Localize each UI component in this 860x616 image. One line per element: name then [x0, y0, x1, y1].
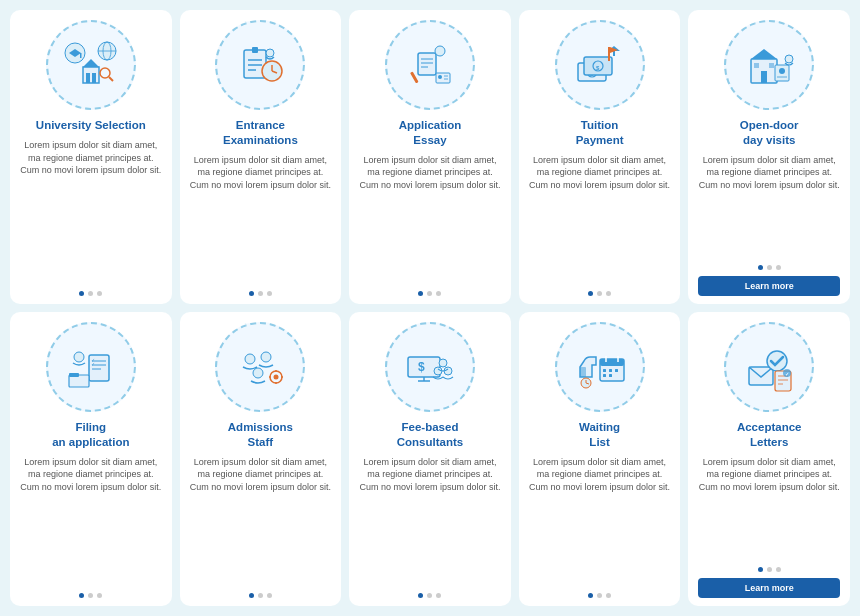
card-title: TuitionPayment — [576, 118, 624, 148]
svg-point-59 — [245, 354, 255, 364]
svg-rect-80 — [603, 369, 606, 372]
card-text: Lorem ipsum dolor sit diam amet, ma regi… — [20, 139, 162, 285]
svg-point-63 — [274, 375, 279, 380]
svg-rect-75 — [580, 367, 586, 377]
svg-rect-21 — [418, 53, 436, 75]
pagination-dots — [249, 593, 272, 598]
dot-2 — [427, 593, 432, 598]
dot-3 — [606, 593, 611, 598]
filing-icon: ✓ ✓ — [46, 322, 136, 412]
dot-3 — [776, 265, 781, 270]
card-text: Lorem ipsum dolor sit diam amet, ma regi… — [529, 456, 671, 587]
card-filing-application: ✓ ✓ Filingan application Lorem ipsum dol… — [10, 312, 172, 606]
pagination-dots — [758, 567, 781, 572]
dot-2 — [258, 291, 263, 296]
dot-1 — [588, 291, 593, 296]
dot-2 — [597, 291, 602, 296]
card-fee-consultants: $ Fee-basedConsultants Lorem ipsum dolor… — [349, 312, 511, 606]
dot-1 — [758, 567, 763, 572]
card-text: Lorem ipsum dolor sit diam amet, ma regi… — [190, 154, 332, 285]
dot-3 — [436, 593, 441, 598]
card-text: Lorem ipsum dolor sit diam amet, ma regi… — [359, 456, 501, 587]
dot-3 — [267, 593, 272, 598]
dot-1 — [418, 593, 423, 598]
svg-point-60 — [261, 352, 271, 362]
dot-3 — [267, 291, 272, 296]
card-university-selection: University Selection Lorem ipsum dolor s… — [10, 10, 172, 304]
svg-rect-39 — [608, 47, 610, 61]
svg-rect-44 — [769, 63, 774, 68]
svg-point-27 — [438, 75, 442, 79]
svg-rect-83 — [603, 374, 606, 377]
pagination-dots — [588, 291, 611, 296]
svg-rect-0 — [83, 67, 99, 83]
card-admissions-staff: AdmissionsStaff Lorem ipsum dolor sit di… — [180, 312, 342, 606]
card-title: Open-doorday visits — [740, 118, 799, 148]
card-text: Lorem ipsum dolor sit diam amet, ma regi… — [20, 456, 162, 587]
acceptance-icon: ✓ — [724, 322, 814, 412]
svg-rect-77 — [600, 359, 624, 366]
svg-rect-84 — [609, 374, 612, 377]
svg-rect-43 — [754, 63, 759, 68]
card-tuition-payment: $ $ TuitionPayment Lorem ipsum dolor sit… — [519, 10, 681, 304]
dot-2 — [427, 291, 432, 296]
card-title: ApplicationEssay — [399, 118, 462, 148]
dot-3 — [436, 291, 441, 296]
card-text: Lorem ipsum dolor sit diam amet, ma regi… — [190, 456, 332, 587]
learn-more-button-1[interactable]: Learn more — [698, 276, 840, 296]
dot-2 — [597, 593, 602, 598]
pagination-dots — [249, 291, 272, 296]
card-text: Lorem ipsum dolor sit diam amet, ma regi… — [698, 456, 840, 561]
pagination-dots — [79, 593, 102, 598]
dot-1 — [418, 291, 423, 296]
svg-rect-58 — [69, 373, 79, 377]
staff-icon — [215, 322, 305, 412]
svg-point-10 — [100, 68, 110, 78]
card-open-door-day: Open-doorday visits Lorem ipsum dolor si… — [688, 10, 850, 304]
card-title: WaitingList — [579, 420, 620, 450]
dot-1 — [249, 593, 254, 598]
openday-icon — [724, 20, 814, 110]
svg-text:✓: ✓ — [785, 371, 789, 377]
payment-icon: $ $ — [555, 20, 645, 110]
card-text: Lorem ipsum dolor sit diam amet, ma regi… — [359, 154, 501, 285]
card-title: University Selection — [36, 118, 146, 133]
card-entrance-examinations: EntranceExaminations Lorem ipsum dolor s… — [180, 10, 342, 304]
pagination-dots — [758, 265, 781, 270]
svg-point-49 — [785, 55, 793, 63]
svg-rect-26 — [436, 73, 450, 83]
consultants-icon: $ — [385, 322, 475, 412]
learn-more-button-2[interactable]: Learn more — [698, 578, 840, 598]
svg-point-74 — [439, 359, 447, 367]
card-grid: University Selection Lorem ipsum dolor s… — [10, 10, 850, 606]
university-icon — [46, 20, 136, 110]
waiting-icon — [555, 322, 645, 412]
svg-point-25 — [435, 46, 445, 56]
exam-icon — [215, 20, 305, 110]
essay-icon — [385, 20, 475, 110]
svg-text:✓: ✓ — [91, 361, 95, 367]
pagination-dots — [79, 291, 102, 296]
card-title: Fee-basedConsultants — [397, 420, 463, 450]
svg-rect-1 — [86, 73, 90, 83]
svg-rect-82 — [615, 369, 618, 372]
dot-1 — [588, 593, 593, 598]
svg-line-11 — [109, 77, 113, 81]
svg-rect-6 — [80, 53, 82, 58]
card-text: Lorem ipsum dolor sit diam amet, ma regi… — [698, 154, 840, 259]
dot-3 — [97, 291, 102, 296]
card-application-essay: ApplicationEssay Lorem ipsum dolor sit d… — [349, 10, 511, 304]
dot-2 — [767, 567, 772, 572]
pagination-dots — [588, 593, 611, 598]
svg-rect-2 — [92, 73, 96, 83]
svg-point-50 — [74, 352, 84, 362]
card-title: AcceptanceLetters — [737, 420, 802, 450]
card-title: Filingan application — [52, 420, 129, 450]
dot-3 — [776, 567, 781, 572]
svg-rect-81 — [609, 369, 612, 372]
card-text: Lorem ipsum dolor sit diam amet, ma regi… — [529, 154, 671, 285]
dot-2 — [88, 593, 93, 598]
card-waiting-list: WaitingList Lorem ipsum dolor sit diam a… — [519, 312, 681, 606]
dot-2 — [767, 265, 772, 270]
svg-marker-3 — [83, 59, 99, 67]
